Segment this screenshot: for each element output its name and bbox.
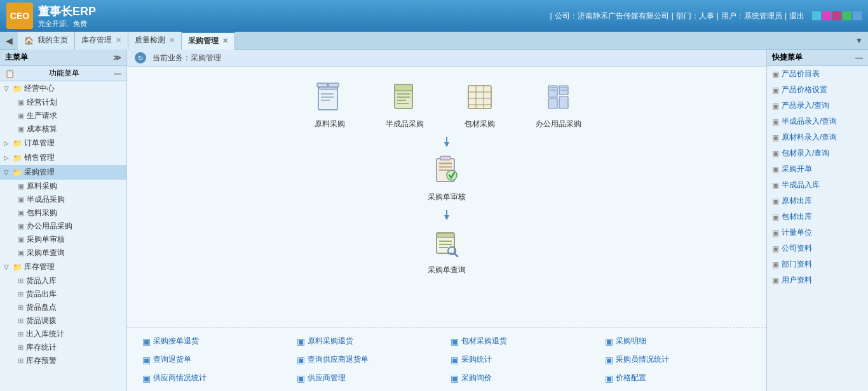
rs-label-10: 计量单位 xyxy=(782,227,812,238)
tree-leaf-stock-warning[interactable]: ⊞ 库存预警 xyxy=(15,354,126,368)
icon-semi-purchase-label: 半成品采购 xyxy=(386,119,424,129)
tree-leaf-cost-accounting[interactable]: ▣ 成本核算 xyxy=(15,123,126,136)
rs-item-10[interactable]: ▣ 计量单位 xyxy=(767,225,868,241)
tabbar-dropdown[interactable]: ▼ xyxy=(850,32,868,50)
color-sq-5[interactable] xyxy=(853,11,862,20)
tree-leaf-inout-stats[interactable]: ⊞ 出入库统计 xyxy=(15,328,126,341)
tree-group-orders-label: 订单管理 xyxy=(24,138,55,149)
leaf-icon-production-request: ▣ xyxy=(18,112,24,120)
color-squares xyxy=(812,11,862,20)
sidebar-collapse-btn[interactable]: ≫ xyxy=(113,53,121,62)
icon-raw-purchase-img xyxy=(312,79,348,115)
leaf-label-office-purchase: 办公用品采购 xyxy=(27,221,72,232)
refresh-button[interactable]: ↻ xyxy=(135,52,146,63)
tab-quality-close[interactable]: ✕ xyxy=(169,36,175,44)
rs-item-4[interactable]: ▣ 原材料录入/查询 xyxy=(767,129,868,145)
leaf-label-transfer: 货品调拨 xyxy=(26,315,57,326)
right-sidebar-collapse[interactable]: — xyxy=(855,53,863,62)
icon-purchase-audit[interactable]: 采购单审核 xyxy=(428,152,466,202)
rs-label-1: 产品价格设置 xyxy=(782,84,827,95)
sub-menu-item-2[interactable]: ▣ 包材采购退货 xyxy=(448,335,600,348)
app-main-title: 董事长ERP xyxy=(38,4,96,19)
sub-menu-item-0[interactable]: ▣ 采购按单退货 xyxy=(140,335,292,348)
sub-menu-item-9[interactable]: ▣ 供应商管理 xyxy=(294,371,446,385)
tree-group-sales-header[interactable]: ▷ 📁 销售管理 xyxy=(0,150,126,165)
sub-menu-item-4[interactable]: ▣ 查询退货单 xyxy=(140,353,292,366)
rs-icon-0: ▣ xyxy=(772,70,779,79)
rs-item-3[interactable]: ▣ 半成品录入/查询 xyxy=(767,114,868,129)
tree-group-stock-header[interactable]: ▽ 📁 库存管理 xyxy=(0,260,126,274)
tab-purchase-label: 采购管理 xyxy=(188,36,219,46)
tab-quality[interactable]: 质量检测 ✕ xyxy=(128,32,182,50)
func-menu-collapse[interactable]: — xyxy=(114,69,121,78)
sub-menu-item-7[interactable]: ▣ 采购员情况统计 xyxy=(602,353,754,366)
rs-icon-9: ▣ xyxy=(772,213,779,222)
icon-semi-purchase[interactable]: 半成品采购 xyxy=(386,79,424,129)
sub-menu-item-6[interactable]: ▣ 采购统计 xyxy=(448,353,600,366)
tab-inventory[interactable]: 库存管理 ✕ xyxy=(75,32,128,50)
sm-icon-11: ▣ xyxy=(605,373,613,383)
sub-menu-item-10[interactable]: ▣ 采购询价 xyxy=(448,371,600,385)
tree-leaf-office-purchase[interactable]: ▣ 办公用品采购 xyxy=(15,220,126,233)
icon-raw-purchase[interactable]: 原料采购 xyxy=(312,79,348,129)
rs-item-6[interactable]: ▣ 采购开单 xyxy=(767,161,868,177)
sub-menu-item-8[interactable]: ▣ 供应商情况统计 xyxy=(140,371,292,385)
header: CEO 董事长ERP 完全开源、免费 | 公司：济南静禾广告传媒有限公司 | 部… xyxy=(0,0,868,32)
main-icons-area: 原料采购 半成品采购 xyxy=(127,67,766,328)
rs-label-13: 用户资料 xyxy=(782,275,812,286)
rs-item-2[interactable]: ▣ 产品录入/查询 xyxy=(767,98,868,114)
tab-inventory-close[interactable]: ✕ xyxy=(116,36,121,44)
svg-rect-32 xyxy=(439,169,449,171)
tree-leaf-purchase-query[interactable]: ▣ 采购单查询 xyxy=(15,246,126,260)
rs-icon-11: ▣ xyxy=(772,244,779,253)
rs-item-8[interactable]: ▣ 原材出库 xyxy=(767,193,868,209)
tabbar-nav-left[interactable]: ◀ xyxy=(0,32,18,50)
svg-rect-26 xyxy=(560,89,567,91)
sub-menu-item-11[interactable]: ▣ 价格配置 xyxy=(602,371,754,385)
sidebar-sub-header: 📋 功能菜单 — xyxy=(0,66,126,81)
sidebar-tree: ▽ 📁 经营中心 ▣ 经营计划 ▣ 生产请求 ▣ 成本核算 xyxy=(0,81,126,391)
tree-group-operations-header[interactable]: ▽ 📁 经营中心 xyxy=(0,81,126,96)
rs-item-0[interactable]: ▣ 产品价目表 xyxy=(767,66,868,82)
app-title: 董事长ERP 完全开源、免费 xyxy=(38,4,96,29)
icon-office-purchase-label: 办公用品采购 xyxy=(536,119,581,129)
color-sq-3[interactable] xyxy=(832,11,841,20)
tree-leaf-purchase-audit[interactable]: ▣ 采购单审核 xyxy=(15,233,126,246)
tab-purchase[interactable]: 采购管理 ✕ xyxy=(182,32,235,50)
sub-menu-item-5[interactable]: ▣ 查询供应商退货单 xyxy=(294,353,446,366)
tab-home[interactable]: 🏠 我的主页 xyxy=(18,32,75,50)
tree-group-purchase-header[interactable]: ▽ 📁 采购管理 xyxy=(0,165,126,180)
color-sq-1[interactable] xyxy=(812,11,821,20)
rs-item-7[interactable]: ▣ 半成品入库 xyxy=(767,177,868,193)
sub-menu-item-3[interactable]: ▣ 采购明细 xyxy=(602,335,754,348)
tree-leaf-business-plan[interactable]: ▣ 经营计划 xyxy=(15,96,126,109)
tree-leaf-raw-purchase[interactable]: ▣ 原料采购 xyxy=(15,180,126,193)
tree-leaf-pack-purchase[interactable]: ▣ 包料采购 xyxy=(15,206,126,220)
tree-leaf-semi-purchase[interactable]: ▣ 半成品采购 xyxy=(15,193,126,206)
tree-group-orders-header[interactable]: ▷ 📁 订单管理 xyxy=(0,136,126,150)
tree-leaf-inventory[interactable]: ⊞ 货品盘点 xyxy=(15,301,126,314)
rs-item-13[interactable]: ▣ 用户资料 xyxy=(767,272,868,288)
icon-purchase-query[interactable]: 采购单查询 xyxy=(428,225,466,275)
folder-icon-stock: 📁 xyxy=(13,263,22,272)
rs-item-12[interactable]: ▣ 部门资料 xyxy=(767,256,868,272)
rs-item-1[interactable]: ▣ 产品价格设置 xyxy=(767,82,868,98)
rs-item-5[interactable]: ▣ 包材录入/查询 xyxy=(767,145,868,161)
tab-purchase-close[interactable]: ✕ xyxy=(222,37,228,45)
tree-leaf-transfer[interactable]: ⊞ 货品调拨 xyxy=(15,314,126,328)
icon-office-purchase[interactable]: 办公用品采购 xyxy=(536,79,581,129)
arrow-down-1 xyxy=(153,136,741,149)
color-sq-2[interactable] xyxy=(822,11,831,20)
color-sq-4[interactable] xyxy=(843,11,851,20)
tab-home-label: 我的主页 xyxy=(37,35,68,46)
sub-menu-item-1[interactable]: ▣ 原料采购退货 xyxy=(294,335,446,348)
tree-leaf-goods-in[interactable]: ⊞ 货品入库 xyxy=(15,274,126,288)
tree-leaf-stock-stats[interactable]: ⊞ 库存统计 xyxy=(15,341,126,354)
leaf-label-cost-accounting: 成本核算 xyxy=(27,124,57,135)
rs-item-11[interactable]: ▣ 公司资料 xyxy=(767,241,868,256)
icon-pack-purchase[interactable]: 包材采购 xyxy=(462,79,498,129)
rs-item-9[interactable]: ▣ 包材出库 xyxy=(767,209,868,225)
tree-leaf-production-request[interactable]: ▣ 生产请求 xyxy=(15,109,126,123)
logout-button[interactable]: 退出 xyxy=(789,11,804,22)
tree-leaf-goods-out[interactable]: ⊞ 货品出库 xyxy=(15,288,126,301)
